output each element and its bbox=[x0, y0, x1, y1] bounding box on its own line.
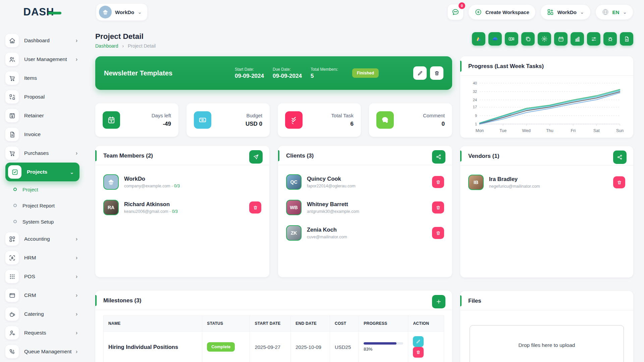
column-header: ACTION bbox=[408, 316, 444, 331]
add-milestone-button[interactable] bbox=[432, 295, 445, 308]
filters-button[interactable] bbox=[587, 32, 600, 46]
right-column: Progress (Last Week Tasks) 1917243240Mon… bbox=[460, 56, 633, 362]
svg-text:1: 1 bbox=[475, 122, 477, 126]
sidebar-subitem-project[interactable]: Project bbox=[0, 181, 85, 197]
sidebar-item-retainer[interactable]: Retainer bbox=[0, 106, 85, 125]
bug-icon bbox=[607, 36, 613, 42]
sidebar-item-requests[interactable]: Requests › bbox=[0, 323, 85, 342]
chevron-right-icon: › bbox=[76, 255, 77, 261]
paper-plane-icon bbox=[253, 154, 259, 160]
trash-icon bbox=[434, 70, 440, 76]
member-count: 0/3 bbox=[172, 209, 178, 214]
workspace-avatar bbox=[99, 6, 112, 18]
progress-line-chart: 1917243240MonTueWedThuFriSatSun bbox=[464, 78, 627, 135]
calendar-icon bbox=[103, 111, 120, 129]
chevron-right-icon: › bbox=[76, 311, 77, 317]
trash-icon bbox=[617, 180, 622, 185]
account-menu[interactable]: WorkDo ⌄ bbox=[540, 4, 591, 20]
settings-button[interactable] bbox=[538, 32, 551, 46]
chart-button[interactable] bbox=[571, 32, 584, 46]
gear-icon bbox=[541, 36, 548, 42]
sidebar-item-projects[interactable]: Projects ⌄ bbox=[5, 163, 79, 181]
sidebar-item-dashboard[interactable]: Dashboard › bbox=[0, 31, 85, 50]
edit-milestone-button[interactable] bbox=[413, 336, 424, 347]
calendar-button[interactable] bbox=[554, 32, 568, 46]
svg-text:Sat: Sat bbox=[593, 128, 600, 133]
chevron-right-icon: › bbox=[76, 150, 77, 156]
svg-text:Sun: Sun bbox=[616, 128, 624, 133]
sidebar-item-user-management[interactable]: User Management › bbox=[0, 50, 85, 69]
one-drive-button[interactable] bbox=[488, 32, 502, 46]
double-check-icon bbox=[285, 111, 303, 129]
sidebar-item-items[interactable]: Items bbox=[0, 69, 85, 87]
column-header: NAME bbox=[104, 316, 202, 331]
breadcrumb-dashboard-link[interactable]: Dashboard bbox=[95, 43, 118, 49]
sidebar-item-proposal[interactable]: Proposal bbox=[0, 87, 85, 106]
sidebar-item-invoice[interactable]: Invoice bbox=[0, 125, 85, 144]
sidebar-item-catering[interactable]: Catering › bbox=[0, 305, 85, 323]
client-email: fapor22014@oglerau.com bbox=[307, 184, 356, 188]
remove-client-button[interactable] bbox=[432, 176, 444, 188]
bullet-icon bbox=[13, 188, 17, 191]
sidebar-item-pos[interactable]: POS › bbox=[0, 267, 85, 286]
vendors-card: Vendors (1) IB Ira Bradley negefuricu@ma… bbox=[460, 146, 633, 278]
plus-icon bbox=[436, 299, 442, 305]
stat-days-left: Days left-49 bbox=[95, 103, 178, 137]
edit-project-button[interactable] bbox=[413, 66, 427, 80]
app-logo[interactable]: DASH bbox=[0, 6, 85, 18]
sidebar-subitem-system-setup[interactable]: System Setup bbox=[0, 214, 85, 230]
building-icon bbox=[102, 9, 109, 15]
language-menu[interactable]: EN ⌄ bbox=[595, 4, 633, 20]
svg-text:Mon: Mon bbox=[476, 128, 484, 133]
svg-text:17: 17 bbox=[473, 105, 477, 109]
proposal-icon bbox=[5, 90, 19, 104]
milestone-cost: USD25 bbox=[330, 331, 359, 362]
grid-plus-icon bbox=[5, 232, 19, 246]
top-header: DASH WorkDo ⌄ 0 Create Workspace WorkDo … bbox=[0, 0, 644, 24]
member-email: company@example.com - 0/3 bbox=[124, 184, 180, 188]
start-date-group: Start Date: 09-09-2024 bbox=[235, 67, 264, 79]
share-vendors-button[interactable] bbox=[613, 150, 627, 164]
remove-vendor-button[interactable] bbox=[613, 176, 625, 188]
svg-text:Thu: Thu bbox=[546, 128, 553, 133]
sidebar-item-crm[interactable]: CRM › bbox=[0, 286, 85, 305]
sidebar-item-hrm[interactable]: HRM › bbox=[0, 248, 85, 267]
share-clients-button[interactable] bbox=[432, 150, 445, 164]
sidebar-subitem-project-report[interactable]: Project Report bbox=[0, 197, 85, 214]
dots-grid-icon bbox=[5, 270, 19, 283]
sidebar-item-queue-management[interactable]: Queue Management › bbox=[0, 342, 85, 361]
chevron-down-icon: ⌄ bbox=[138, 9, 142, 15]
delete-project-button[interactable] bbox=[430, 66, 443, 80]
create-workspace-button[interactable]: Create Workspace bbox=[468, 4, 536, 20]
file-dropzone[interactable]: Drop files here to upload bbox=[470, 325, 624, 362]
copy-button[interactable] bbox=[521, 32, 535, 46]
workspace-selector[interactable]: WorkDo ⌄ bbox=[96, 3, 148, 21]
main-content: Project Detail Dashboard › Project Detai… bbox=[85, 24, 644, 362]
video-record-button[interactable] bbox=[505, 32, 518, 46]
member-name: Richard Atkinson bbox=[124, 201, 178, 207]
column-header: END DATE bbox=[291, 316, 330, 331]
delete-milestone-button[interactable] bbox=[413, 347, 424, 358]
invite-member-button[interactable] bbox=[249, 150, 263, 164]
client-avatar: WB bbox=[286, 200, 302, 215]
remove-client-button[interactable] bbox=[432, 201, 444, 214]
remove-member-button[interactable] bbox=[249, 201, 261, 214]
svg-text:24: 24 bbox=[473, 98, 477, 102]
files-title: Files bbox=[460, 291, 633, 310]
report-button[interactable] bbox=[620, 32, 633, 46]
sidebar-item-purchases[interactable]: Purchases › bbox=[0, 144, 85, 163]
remove-client-button[interactable] bbox=[432, 227, 444, 239]
debug-button[interactable] bbox=[603, 32, 617, 46]
plus-circle-icon bbox=[475, 8, 482, 16]
google-drive-button[interactable] bbox=[472, 32, 485, 46]
retainer-icon bbox=[5, 109, 19, 122]
trash-icon bbox=[416, 350, 421, 355]
chat-button[interactable]: 0 bbox=[447, 4, 464, 20]
svg-text:40: 40 bbox=[473, 81, 477, 85]
chevron-down-icon: ⌄ bbox=[580, 9, 584, 15]
project-name: Newsletter Templates bbox=[104, 69, 235, 77]
sidebar-item-accounting[interactable]: Accounting › bbox=[0, 230, 85, 248]
chevron-right-icon: › bbox=[76, 236, 77, 242]
language-code: EN bbox=[612, 9, 620, 15]
client-name: Whitney Barrett bbox=[307, 201, 359, 207]
